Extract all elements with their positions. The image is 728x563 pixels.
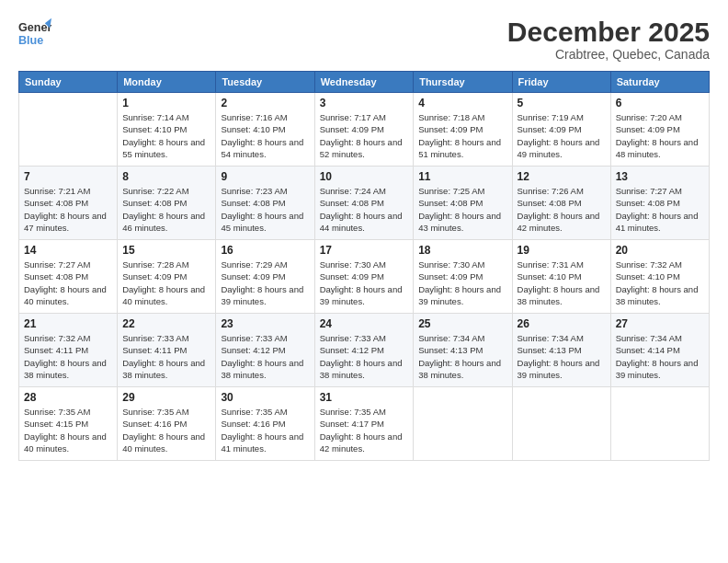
day-info: Sunrise: 7:32 AMSunset: 4:10 PMDaylight:… (616, 259, 704, 307)
day-number: 31 (320, 391, 409, 404)
calendar-cell: 16Sunrise: 7:29 AMSunset: 4:09 PMDayligh… (216, 240, 314, 314)
calendar-cell (19, 93, 118, 167)
logo: General Blue (18, 17, 55, 50)
weekday-header-wednesday: Wednesday (314, 72, 414, 93)
calendar-cell: 7Sunrise: 7:21 AMSunset: 4:08 PMDaylight… (19, 167, 118, 240)
day-number: 6 (616, 97, 704, 109)
calendar-cell: 1Sunrise: 7:14 AMSunset: 4:10 PMDaylight… (118, 93, 216, 167)
calendar-cell: 9Sunrise: 7:23 AMSunset: 4:08 PMDaylight… (216, 167, 314, 240)
calendar-week-row: 1Sunrise: 7:14 AMSunset: 4:10 PMDaylight… (19, 93, 710, 167)
calendar-cell: 28Sunrise: 7:35 AMSunset: 4:15 PMDayligh… (19, 387, 118, 461)
day-number: 8 (122, 170, 210, 183)
day-info: Sunrise: 7:16 AMSunset: 4:10 PMDaylight:… (221, 111, 309, 160)
day-number: 18 (418, 244, 506, 257)
calendar-cell: 19Sunrise: 7:31 AMSunset: 4:10 PMDayligh… (512, 240, 610, 314)
calendar-cell: 10Sunrise: 7:24 AMSunset: 4:08 PMDayligh… (314, 167, 414, 240)
day-info: Sunrise: 7:14 AMSunset: 4:10 PMDaylight:… (122, 111, 210, 160)
day-number: 29 (122, 391, 210, 404)
calendar-cell: 23Sunrise: 7:33 AMSunset: 4:12 PMDayligh… (216, 314, 314, 387)
calendar-cell (512, 387, 610, 461)
day-number: 4 (418, 97, 506, 109)
weekday-header-sunday: Sunday (19, 72, 118, 93)
calendar-week-row: 21Sunrise: 7:32 AMSunset: 4:11 PMDayligh… (19, 314, 710, 387)
day-number: 26 (518, 317, 606, 330)
calendar-week-row: 7Sunrise: 7:21 AMSunset: 4:08 PMDaylight… (19, 167, 710, 240)
calendar-cell: 27Sunrise: 7:34 AMSunset: 4:14 PMDayligh… (610, 314, 709, 387)
weekday-header-friday: Friday (512, 72, 610, 93)
calendar-cell: 21Sunrise: 7:32 AMSunset: 4:11 PMDayligh… (19, 314, 118, 387)
day-number: 25 (418, 317, 506, 330)
day-info: Sunrise: 7:24 AMSunset: 4:08 PMDaylight:… (320, 185, 409, 234)
day-number: 5 (518, 97, 606, 109)
calendar-cell: 12Sunrise: 7:26 AMSunset: 4:08 PMDayligh… (512, 167, 610, 240)
day-number: 13 (616, 170, 704, 183)
calendar-cell: 29Sunrise: 7:35 AMSunset: 4:16 PMDayligh… (118, 387, 216, 461)
day-info: Sunrise: 7:33 AMSunset: 4:12 PMDaylight:… (221, 332, 309, 381)
day-info: Sunrise: 7:33 AMSunset: 4:11 PMDaylight:… (122, 332, 210, 381)
day-info: Sunrise: 7:34 AMSunset: 4:13 PMDaylight:… (418, 332, 506, 381)
day-info: Sunrise: 7:26 AMSunset: 4:08 PMDaylight:… (518, 185, 606, 234)
day-number: 27 (616, 317, 704, 330)
calendar-cell: 8Sunrise: 7:22 AMSunset: 4:08 PMDaylight… (118, 167, 216, 240)
logo-icon: General Blue (18, 17, 51, 50)
calendar-cell: 13Sunrise: 7:27 AMSunset: 4:08 PMDayligh… (610, 167, 709, 240)
calendar-cell: 31Sunrise: 7:35 AMSunset: 4:17 PMDayligh… (314, 387, 414, 461)
day-info: Sunrise: 7:35 AMSunset: 4:16 PMDaylight:… (221, 406, 309, 454)
day-number: 21 (24, 317, 112, 330)
day-number: 30 (221, 391, 309, 404)
calendar-cell: 11Sunrise: 7:25 AMSunset: 4:08 PMDayligh… (414, 167, 512, 240)
month-title: December 2025 (507, 17, 710, 47)
calendar-cell: 26Sunrise: 7:34 AMSunset: 4:13 PMDayligh… (512, 314, 610, 387)
day-info: Sunrise: 7:35 AMSunset: 4:17 PMDaylight:… (320, 406, 409, 454)
day-info: Sunrise: 7:23 AMSunset: 4:08 PMDaylight:… (221, 185, 309, 234)
day-info: Sunrise: 7:35 AMSunset: 4:16 PMDaylight:… (122, 406, 210, 454)
calendar-header-row: SundayMondayTuesdayWednesdayThursdayFrid… (19, 72, 710, 93)
calendar-cell: 25Sunrise: 7:34 AMSunset: 4:13 PMDayligh… (414, 314, 512, 387)
day-info: Sunrise: 7:27 AMSunset: 4:08 PMDaylight:… (616, 185, 704, 234)
day-number: 14 (24, 244, 112, 257)
calendar-week-row: 28Sunrise: 7:35 AMSunset: 4:15 PMDayligh… (19, 387, 710, 461)
header: General Blue December 2025 Crabtree, Que… (18, 17, 710, 62)
title-block: December 2025 Crabtree, Quebec, Canada (507, 17, 710, 62)
calendar-cell: 6Sunrise: 7:20 AMSunset: 4:09 PMDaylight… (610, 93, 709, 167)
day-number: 12 (518, 170, 606, 183)
calendar-cell: 14Sunrise: 7:27 AMSunset: 4:08 PMDayligh… (19, 240, 118, 314)
calendar-cell (610, 387, 709, 461)
calendar-cell: 17Sunrise: 7:30 AMSunset: 4:09 PMDayligh… (314, 240, 414, 314)
day-number: 9 (221, 170, 309, 183)
weekday-header-tuesday: Tuesday (216, 72, 314, 93)
day-number: 20 (616, 244, 704, 257)
day-info: Sunrise: 7:20 AMSunset: 4:09 PMDaylight:… (616, 111, 704, 160)
day-info: Sunrise: 7:31 AMSunset: 4:10 PMDaylight:… (518, 259, 606, 307)
day-number: 16 (221, 244, 309, 257)
day-info: Sunrise: 7:35 AMSunset: 4:15 PMDaylight:… (24, 406, 112, 454)
svg-text:Blue: Blue (18, 34, 43, 47)
day-info: Sunrise: 7:21 AMSunset: 4:08 PMDaylight:… (24, 185, 112, 234)
day-info: Sunrise: 7:28 AMSunset: 4:09 PMDaylight:… (122, 259, 210, 307)
calendar-cell: 20Sunrise: 7:32 AMSunset: 4:10 PMDayligh… (610, 240, 709, 314)
day-number: 17 (320, 244, 409, 257)
weekday-header-monday: Monday (118, 72, 216, 93)
calendar-cell: 22Sunrise: 7:33 AMSunset: 4:11 PMDayligh… (118, 314, 216, 387)
calendar-cell: 2Sunrise: 7:16 AMSunset: 4:10 PMDaylight… (216, 93, 314, 167)
day-info: Sunrise: 7:32 AMSunset: 4:11 PMDaylight:… (24, 332, 112, 381)
day-number: 24 (320, 317, 409, 330)
day-info: Sunrise: 7:29 AMSunset: 4:09 PMDaylight:… (221, 259, 309, 307)
day-number: 23 (221, 317, 309, 330)
day-info: Sunrise: 7:18 AMSunset: 4:09 PMDaylight:… (418, 111, 506, 160)
day-info: Sunrise: 7:17 AMSunset: 4:09 PMDaylight:… (320, 111, 409, 160)
day-number: 28 (24, 391, 112, 404)
day-number: 10 (320, 170, 409, 183)
calendar-cell: 18Sunrise: 7:30 AMSunset: 4:09 PMDayligh… (414, 240, 512, 314)
location-subtitle: Crabtree, Quebec, Canada (507, 47, 710, 62)
calendar-table: SundayMondayTuesdayWednesdayThursdayFrid… (18, 71, 710, 461)
day-number: 3 (320, 97, 409, 109)
day-number: 22 (122, 317, 210, 330)
day-info: Sunrise: 7:27 AMSunset: 4:08 PMDaylight:… (24, 259, 112, 307)
day-number: 15 (122, 244, 210, 257)
calendar-cell: 15Sunrise: 7:28 AMSunset: 4:09 PMDayligh… (118, 240, 216, 314)
day-info: Sunrise: 7:25 AMSunset: 4:08 PMDaylight:… (418, 185, 506, 234)
day-number: 19 (518, 244, 606, 257)
day-number: 11 (418, 170, 506, 183)
calendar-cell: 24Sunrise: 7:33 AMSunset: 4:12 PMDayligh… (314, 314, 414, 387)
